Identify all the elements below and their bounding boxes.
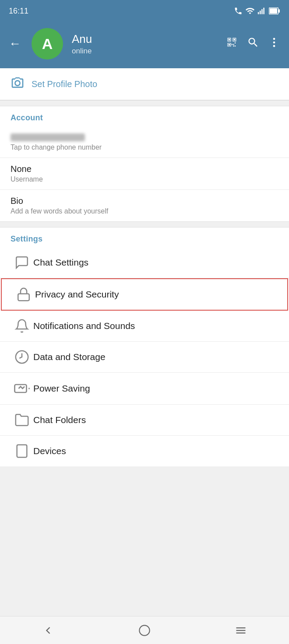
battery-icon	[269, 7, 280, 14]
nav-menu-button[interactable]	[193, 616, 289, 644]
svg-point-8	[273, 42, 275, 44]
svg-rect-0	[258, 12, 259, 14]
power-saving-label: Power Saving	[33, 383, 90, 394]
settings-section: Settings Chat Settings Privacy and Secur…	[0, 228, 289, 466]
notifications-sounds-label: Notifications and Sounds	[33, 321, 135, 331]
settings-section-title: Settings	[0, 228, 289, 247]
account-section-title: Account	[0, 106, 289, 126]
set-profile-photo-row[interactable]: Set Profile Photo	[0, 68, 289, 100]
devices-item[interactable]: Devices	[0, 436, 289, 466]
power-saving-item[interactable]: Power Saving	[0, 373, 289, 405]
chat-settings-label: Chat Settings	[33, 257, 88, 268]
status-time: 16:11	[9, 7, 28, 16]
data-storage-item[interactable]: Data and Storage	[0, 342, 289, 373]
phone-number-value	[11, 132, 278, 142]
qr-icon[interactable]	[226, 36, 238, 51]
user-status: online	[72, 47, 217, 56]
folder-icon	[11, 413, 33, 427]
svg-rect-2	[261, 9, 263, 14]
bell-icon	[11, 318, 33, 333]
wifi-icon	[245, 6, 255, 16]
bio-sub: Add a few words about yourself	[11, 207, 278, 215]
section-divider-1	[0, 100, 289, 106]
lock-icon	[12, 287, 35, 302]
privacy-security-item[interactable]: Privacy and Security	[1, 278, 288, 311]
svg-point-9	[273, 45, 275, 47]
privacy-security-label: Privacy and Security	[35, 289, 119, 300]
devices-label: Devices	[33, 446, 66, 456]
username-sub: Username	[11, 175, 278, 183]
app-header: ← A Anu online	[0, 22, 289, 68]
svg-rect-3	[263, 8, 264, 14]
status-bar: 16:11	[0, 0, 289, 22]
chat-folders-label: Chat Folders	[33, 415, 86, 425]
user-info: Anu online	[72, 32, 217, 56]
header-actions	[226, 36, 280, 51]
search-icon[interactable]	[247, 36, 259, 51]
svg-point-7	[273, 38, 275, 40]
svg-rect-10	[18, 294, 29, 301]
chat-settings-item[interactable]: Chat Settings	[0, 247, 289, 278]
svg-point-16	[139, 625, 149, 635]
nav-back-button[interactable]	[0, 616, 96, 644]
signal-icon	[257, 7, 266, 15]
section-divider-2	[0, 221, 289, 228]
avatar: A	[32, 28, 63, 60]
username-row[interactable]: None Username	[0, 158, 289, 190]
nav-home-button[interactable]	[96, 616, 193, 644]
bottom-nav	[0, 616, 289, 644]
status-icons	[234, 6, 280, 16]
phone-number-row[interactable]: Tap to change phone number	[0, 126, 289, 158]
more-icon[interactable]	[268, 36, 280, 51]
clock-icon	[11, 350, 33, 364]
back-button[interactable]: ←	[9, 37, 21, 51]
phone-blur	[11, 133, 85, 141]
data-storage-label: Data and Storage	[33, 352, 106, 362]
user-name: Anu	[72, 32, 217, 46]
svg-rect-6	[270, 8, 277, 14]
svg-rect-5	[278, 9, 280, 13]
phone-number-sub: Tap to change phone number	[11, 144, 278, 151]
chat-icon	[11, 255, 33, 270]
phone-call-icon	[234, 7, 243, 15]
devices-icon	[11, 444, 33, 458]
notifications-sounds-item[interactable]: Notifications and Sounds	[0, 311, 289, 342]
camera-icon	[11, 76, 25, 92]
svg-rect-14	[17, 445, 27, 457]
set-profile-label: Set Profile Photo	[32, 79, 97, 89]
battery-icon	[11, 381, 33, 396]
svg-rect-1	[260, 10, 261, 14]
username-value: None	[11, 164, 278, 174]
account-section: Account Tap to change phone number None …	[0, 106, 289, 221]
chat-folders-item[interactable]: Chat Folders	[0, 405, 289, 436]
bio-value: Bio	[11, 196, 278, 206]
bio-row[interactable]: Bio Add a few words about yourself	[0, 190, 289, 221]
